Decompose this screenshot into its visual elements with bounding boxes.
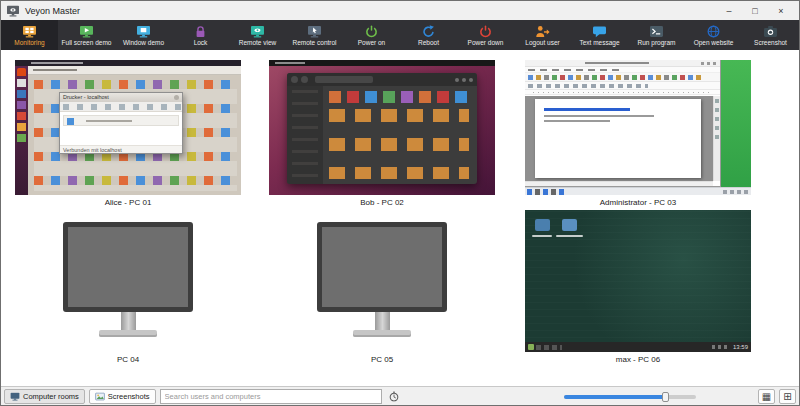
veyon-master-window: Veyon Master – □ × Monitoring Full scree… [0, 0, 800, 406]
pc03-writer-titlebar [525, 60, 720, 67]
pc06-system-tray [712, 345, 728, 349]
computer-caption: Administrator - PC 03 [600, 198, 676, 207]
computer-tile-pc05[interactable]: PC 05 [269, 210, 495, 364]
toolbar-label: Open website [694, 39, 734, 46]
pc03-doc-text-line [544, 120, 610, 122]
screenshots-button[interactable]: Screenshots [89, 389, 156, 404]
remote-control-icon [307, 25, 322, 38]
computer-tile-pc04[interactable]: PC 04 [15, 210, 241, 364]
pc01-screen-thumbnail: Drucker - localhost Verbunden mit localh… [15, 60, 241, 195]
computer-tile-pc03[interactable]: Administrator - PC 03 [525, 60, 751, 207]
slider-handle[interactable] [662, 392, 669, 402]
pc01-printer-dialog-status: Verbunden mit localhost [60, 145, 182, 153]
pc01-printer-dialog: Drucker - localhost Verbunden mit localh… [59, 92, 183, 154]
toolbar-open-website[interactable]: Open website [685, 20, 742, 50]
power-schedule-button[interactable] [386, 389, 403, 404]
maximize-button[interactable]: □ [742, 1, 768, 20]
pc01-settings-window-header [28, 66, 241, 75]
title-bar: Veyon Master – □ × [1, 1, 799, 20]
pc06-icon-label [556, 235, 583, 237]
pc02-headerbar [287, 73, 477, 86]
toolbar-label: Remote control [292, 39, 336, 46]
monitor-stand [375, 312, 390, 330]
align-grid-icon: ⊞ [783, 391, 791, 402]
toolbar-full-screen-demo[interactable]: Full screen demo [58, 20, 115, 50]
pc03-document-area [525, 96, 713, 181]
toolbar-label: Power on [358, 39, 385, 46]
pc01-unity-launcher [15, 66, 28, 195]
computer-caption: PC 05 [371, 355, 393, 364]
toolbar-logout-user[interactable]: Logout user [514, 20, 571, 50]
computer-monitoring-view: Drucker - localhost Verbunden mit localh… [1, 50, 799, 386]
main-toolbar: Monitoring Full screen demo Window demo … [1, 20, 799, 50]
computer-tile-pc01[interactable]: Drucker - localhost Verbunden mit localh… [15, 60, 241, 207]
pc01-launcher-icons [17, 68, 26, 146]
forward-icon [301, 76, 308, 83]
dialog-close-icon [174, 95, 179, 100]
pc02-folder-grid [329, 109, 469, 179]
align-to-grid-button[interactable]: ⊞ [779, 389, 796, 404]
pc03-doc-link-line [544, 108, 630, 111]
text-message-icon [592, 25, 607, 38]
pc06-taskbar-apps [536, 345, 562, 350]
lock-icon [193, 25, 208, 38]
custom-arrangement-button[interactable]: ▦ [758, 389, 775, 404]
computer-tile-pc02[interactable]: Bob - PC 02 [269, 60, 495, 207]
toolbar-label: Monitoring [14, 39, 44, 46]
toolbar-window-demo[interactable]: Window demo [115, 20, 172, 50]
window-controls: – □ × [716, 1, 794, 20]
computer-rooms-icon [10, 392, 20, 401]
toolbar-screenshot[interactable]: Screenshot [742, 20, 799, 50]
pc06-icon-label [532, 235, 552, 237]
status-bar: Computer rooms Screenshots ▦ ⊞ [1, 386, 799, 405]
pc01-printer-info-row [63, 115, 179, 126]
toolbar-power-down[interactable]: Power down [457, 20, 514, 50]
pc06-screen-thumbnail: 13:59 [525, 210, 751, 352]
toolbar-power-on[interactable]: Power on [343, 20, 400, 50]
pc02-screen-thumbnail [269, 60, 495, 195]
pc06-taskbar: 13:59 [525, 342, 751, 352]
toolbar-label: Screenshot [754, 39, 787, 46]
window-demo-icon [136, 25, 151, 38]
pc03-windows-taskbar [525, 187, 751, 195]
toolbar-remote-view[interactable]: Remote view [229, 20, 286, 50]
pc03-writer-toolbar [525, 73, 720, 82]
toolbar-label: Remote view [239, 39, 277, 46]
toolbar-monitoring[interactable]: Monitoring [1, 20, 58, 50]
pc02-file-manager-window [287, 73, 477, 184]
screenshots-label: Screenshots [108, 392, 150, 401]
power-down-icon [478, 25, 493, 38]
computer-tile-pc06[interactable]: 13:59 max - PC 06 [525, 210, 751, 364]
pc06-trash-icon [535, 219, 550, 231]
toolbar-label: Power down [468, 39, 504, 46]
toolbar-run-program[interactable]: Run program [628, 20, 685, 50]
back-icon [291, 76, 298, 83]
computer-caption: Alice - PC 01 [105, 198, 152, 207]
thumbnail-size-slider[interactable] [564, 389, 696, 404]
computer-rooms-button[interactable]: Computer rooms [4, 389, 85, 404]
pc01-printer-dialog-titlebar: Drucker - localhost [60, 93, 182, 102]
pc01-printer-dialog-title: Drucker - localhost [63, 93, 109, 102]
toolbar-remote-control[interactable]: Remote control [286, 20, 343, 50]
toolbar-label: Reboot [418, 39, 439, 46]
toolbar-label: Lock [194, 39, 208, 46]
offline-monitor-graphic [269, 210, 495, 352]
toolbar-reboot[interactable]: Reboot [400, 20, 457, 50]
monitor-stand [121, 312, 136, 330]
minimize-button[interactable]: – [716, 1, 742, 20]
toolbar-text-message[interactable]: Text message [571, 20, 628, 50]
logout-user-icon [535, 25, 550, 38]
toolbar-lock[interactable]: Lock [172, 20, 229, 50]
toolbar-label: Full screen demo [62, 39, 112, 46]
toolbar-label: Logout user [525, 39, 559, 46]
computer-caption: max - PC 06 [616, 355, 660, 364]
toolbar-label: Window demo [123, 39, 164, 46]
close-button[interactable]: × [768, 1, 794, 20]
monitor-screen [63, 222, 193, 312]
pc03-writer-format-toolbar [525, 82, 720, 90]
pc06-home-folder-icon [562, 219, 577, 231]
search-input[interactable] [160, 389, 382, 404]
pc06-clock: 13:59 [733, 342, 748, 352]
grid-icon: ▦ [762, 391, 771, 402]
remote-view-icon [250, 25, 265, 38]
